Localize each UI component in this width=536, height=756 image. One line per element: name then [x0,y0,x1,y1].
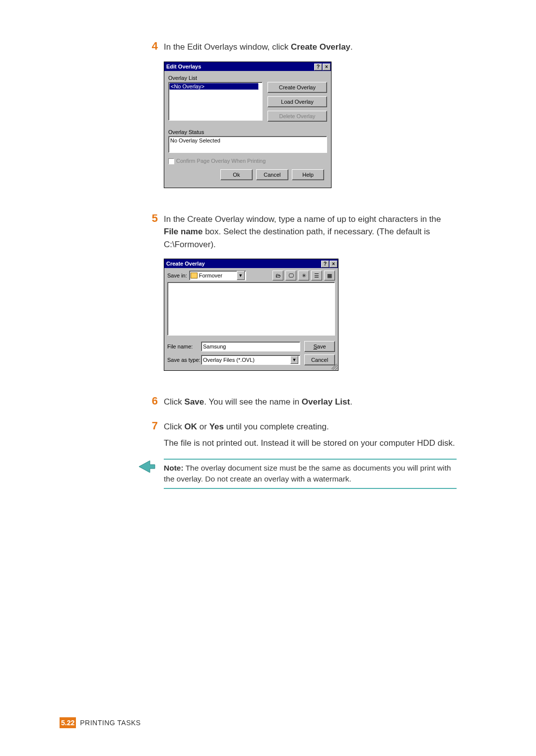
save-in-value: Formover [199,273,222,278]
up-one-level-icon[interactable]: 🗁 [272,271,283,280]
step4-bold: Create Overlay [291,42,350,52]
svg-marker-0 [139,461,155,473]
overlay-list-item[interactable]: <No Overlay> [169,83,259,90]
overlay-list-label: Overlay List [168,75,327,81]
details-view-icon[interactable]: ▦ [324,271,335,280]
step7-desc: The file is not printed out. Instead it … [164,437,459,450]
step4-post: . [350,42,353,52]
folder-icon [191,273,198,278]
save-in-combo[interactable]: Formover ▼ [189,271,246,280]
list-view-icon[interactable]: ☰ [311,271,322,280]
load-overlay-button[interactable]: Load Overlay [268,96,327,107]
step4-text: In the Edit Overlays window, click Creat… [164,41,353,54]
cancel-button[interactable]: Cancel [304,354,335,365]
step5-b1: File name [164,227,202,236]
step-number-7: 7 [139,419,158,432]
new-folder-icon[interactable]: ✳ [298,271,309,280]
note-icon [137,458,158,479]
step-number-5: 5 [139,212,158,225]
save-in-label: Save in: [167,273,187,278]
file-name-value: Samsung [203,344,226,349]
create-overlay-titlebar: Create Overlay ? × [164,259,338,268]
chevron-down-icon[interactable]: ▼ [237,271,245,280]
note-label: Note: [164,464,184,472]
overlay-status-text: No Overlay Selected [170,137,220,143]
delete-overlay-button: Delete Overlay [268,111,327,122]
file-name-label: File name: [167,344,201,349]
confirm-overlay-row: Confirm Page Overlay When Printing [168,158,327,164]
confirm-overlay-label: Confirm Page Overlay When Printing [176,158,266,164]
confirm-overlay-checkbox [168,158,174,164]
save-as-type-label: Save as type: [167,357,201,363]
close-icon[interactable]: × [330,261,337,268]
overlay-status-box: No Overlay Selected [168,136,327,153]
save-button[interactable]: Save [304,341,335,352]
step-number-6: 6 [139,395,158,408]
step5-t1: In the Create Overlay window, type a nam… [164,214,441,224]
file-list-area[interactable] [167,282,335,336]
edit-overlays-titlebar: Edit Overlays ? × [164,62,331,71]
help-icon[interactable]: ? [314,64,322,70]
save-as-type-value: Overlay Files (*.OVL) [203,357,255,363]
desktop-icon[interactable]: 🖵 [285,271,296,280]
ok-button[interactable]: Ok [220,169,253,180]
help-button[interactable]: Help [292,169,324,180]
file-name-input[interactable]: Samsung [201,342,300,351]
overlay-listbox[interactable]: <No Overlay> [168,82,263,121]
step-number-4: 4 [139,40,158,53]
note-body: The overlay document size must be the sa… [164,464,451,483]
step7-text: Click OK or Yes until you complete creat… [164,420,329,433]
edit-overlays-title: Edit Overlays [166,64,201,69]
step6-text: Click Save. You will see the name in Ove… [164,396,352,409]
help-icon[interactable]: ? [321,261,329,268]
footer-title: PRINTING TASKS [80,719,140,727]
note-block: Note: The overlay document size must be … [164,459,501,489]
overlay-status-label: Overlay Status [168,129,327,135]
resize-grip-icon[interactable] [332,364,337,370]
chevron-down-icon[interactable]: ▼ [290,356,298,364]
create-overlay-button[interactable]: Create Overlay [268,82,327,93]
step5-t2: box. Select the destination path, if nec… [164,227,430,249]
page-number-box: 5.22 [60,717,76,728]
page-footer: 5.22 PRINTING TASKS [60,717,141,728]
create-overlay-dialog: Create Overlay ? × Save in: Formover ▼ 🗁… [164,259,338,371]
step5-text: In the Create Overlay window, type a nam… [164,213,457,251]
create-overlay-title: Create Overlay [166,261,205,267]
step4-pre: In the Edit Overlays window, click [164,42,291,52]
edit-overlays-dialog: Edit Overlays ? × Overlay List <No Overl… [164,62,332,188]
cancel-button[interactable]: Cancel [256,169,288,180]
save-as-type-combo[interactable]: Overlay Files (*.OVL) ▼ [201,355,300,365]
close-icon[interactable]: × [323,64,331,70]
